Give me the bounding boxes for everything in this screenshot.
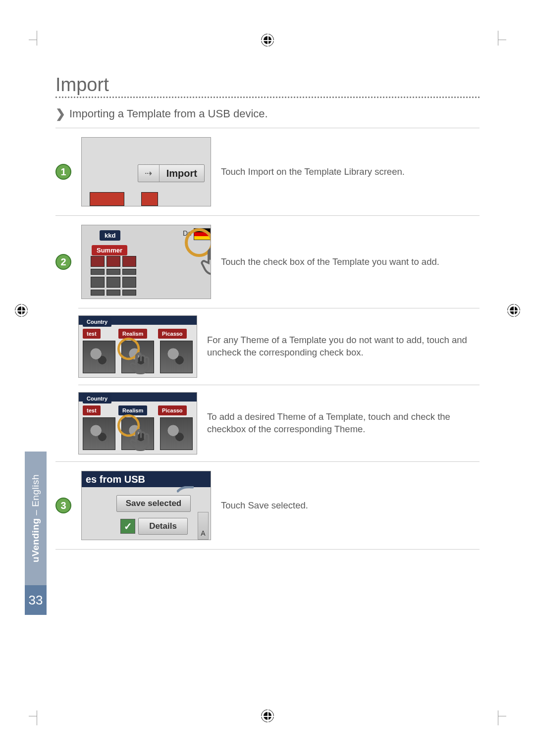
screenshot-step-2b: Country test Realism Picasso — [78, 315, 197, 378]
step-2-description: Touch the check box of the Template you … — [221, 256, 480, 268]
theme-thumb — [107, 269, 120, 275]
step-2b: Country test Realism Picasso For any The… — [78, 308, 480, 385]
step-2c: Country test Realism Picasso To add a de… — [78, 385, 480, 461]
crop-mark — [498, 716, 506, 716]
theme-thumb — [122, 277, 136, 288]
template-chip-summer[interactable]: Summer — [92, 245, 127, 255]
side-tab-sep: – — [30, 507, 41, 518]
theme-chip-country[interactable]: Country — [83, 317, 111, 327]
side-tab-section: uVending — [30, 518, 41, 562]
step-number: 2 — [55, 254, 71, 270]
registration-mark-icon — [261, 709, 274, 722]
step-2b-description: For any Theme of a Template you do not w… — [207, 334, 480, 359]
details-checkbox[interactable]: ✓ — [120, 519, 135, 534]
step-1-description: Touch Import on the Template Library scr… — [221, 166, 480, 178]
step-badge-1: 1 — [55, 164, 71, 180]
theme-thumb — [122, 256, 136, 267]
theme-chip-country[interactable]: Country — [83, 394, 111, 403]
crop-mark — [29, 716, 37, 716]
page-number: 33 — [25, 585, 47, 615]
template-thumb — [90, 192, 124, 206]
usb-dialog-title: es from USB — [82, 471, 211, 487]
theme-chip-picasso[interactable]: Picasso — [158, 329, 187, 339]
alpha-index-letter: A — [201, 529, 205, 537]
theme-thumb — [91, 277, 105, 288]
crop-mark — [498, 710, 498, 725]
import-button[interactable]: ⇢ Import — [138, 164, 205, 182]
subheading: ❯ Importing a Template from a USB device… — [55, 107, 480, 121]
crop-mark — [37, 31, 37, 46]
screenshot-step-2: kkd Summer De — [81, 225, 211, 299]
step-badge-3: 3 — [55, 498, 71, 513]
step-1: 1 ⇢ Import Touch Import on the Template … — [55, 128, 480, 215]
step-2: 2 kkd Summer De — [55, 215, 480, 308]
import-button-label: Import — [159, 165, 204, 182]
step-3-description: Touch Save selected. — [221, 500, 480, 512]
save-selected-label: Save selected — [126, 499, 181, 508]
theme-thumb — [122, 269, 136, 275]
theme-thumb — [107, 256, 120, 267]
theme-chip-test[interactable]: test — [83, 329, 101, 339]
step-3: 3 es from USB Save selected ✓ Details A … — [55, 461, 480, 550]
crop-mark — [498, 40, 506, 40]
theme-chip-picasso[interactable]: Picasso — [158, 405, 187, 415]
subheading-text: Importing a Template from a USB device. — [69, 107, 268, 120]
template-chip-kkd[interactable]: kkd — [100, 230, 120, 241]
screenshot-step-1: ⇢ Import — [81, 137, 211, 206]
alpha-index[interactable]: A — [198, 512, 209, 540]
step-number: 3 — [55, 498, 71, 513]
theme-thumb — [122, 290, 136, 296]
crop-mark — [29, 40, 37, 40]
crop-mark — [37, 710, 37, 725]
import-icon: ⇢ — [138, 168, 159, 179]
registration-mark-icon — [507, 304, 520, 317]
details-label: Details — [149, 521, 177, 531]
chevron-right-icon: ❯ — [55, 107, 65, 121]
theme-thumb — [91, 256, 105, 267]
crop-mark — [498, 31, 498, 46]
save-selected-button[interactable]: Save selected — [116, 495, 191, 512]
theme-thumb — [107, 277, 120, 288]
template-thumb — [141, 192, 158, 206]
theme-thumb — [107, 290, 120, 296]
theme-thumb — [91, 269, 105, 275]
theme-chip-realism[interactable]: Realism — [118, 329, 147, 339]
registration-mark-icon — [261, 34, 274, 47]
theme-chip-test[interactable]: test — [83, 405, 101, 415]
registration-mark-icon — [15, 304, 28, 317]
step-badge-2: 2 — [55, 254, 71, 270]
side-tab: uVending – English — [25, 452, 47, 585]
swoosh-icon — [177, 486, 194, 493]
side-tab-lang: English — [30, 474, 41, 507]
screenshot-step-2c: Country test Realism Picasso — [78, 392, 197, 454]
step-number: 1 — [55, 164, 71, 180]
details-button[interactable]: Details — [138, 518, 188, 535]
screenshot-step-3: es from USB Save selected ✓ Details A — [81, 471, 211, 540]
theme-thumb — [91, 290, 105, 296]
step-2c-description: To add a desired Theme of a Template, to… — [207, 411, 480, 436]
section-title: Import — [55, 74, 480, 98]
theme-chip-realism[interactable]: Realism — [118, 405, 147, 415]
